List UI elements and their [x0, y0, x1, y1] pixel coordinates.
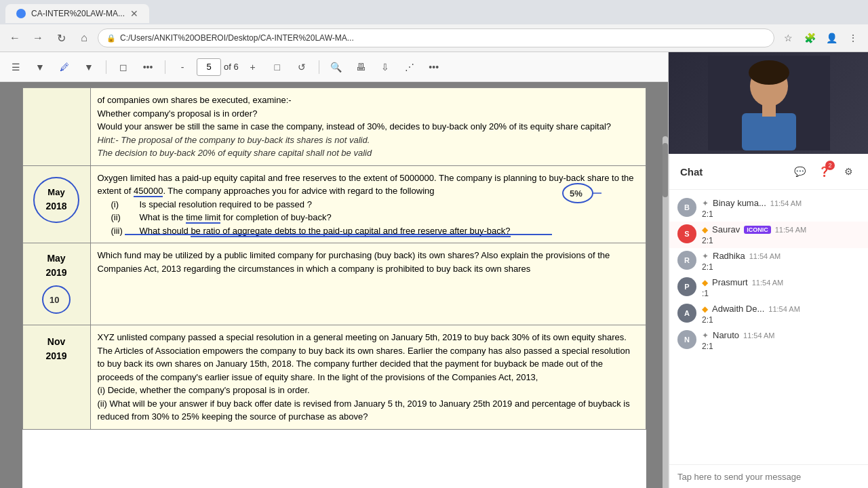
roman-iii: (iii)	[111, 224, 132, 238]
pdf-menu-button[interactable]: ▼	[30, 57, 50, 77]
active-tab[interactable]: CA-INTER%20LAW-MA... ✕	[5, 4, 149, 23]
chat-input[interactable]	[677, 472, 861, 482]
date-month-nov: Nov	[30, 335, 83, 349]
toolbar-separator-3	[319, 60, 319, 74]
pdf-more-button[interactable]: •••	[424, 57, 444, 77]
content-table: of companies own shares be executed, exa…	[22, 87, 646, 430]
roman-i: (i)	[111, 198, 132, 211]
search-button[interactable]: 🔍	[326, 57, 347, 77]
time-naruto: 11:54 AM	[743, 331, 774, 340]
content-cell-nov-2019: XYZ unlisted company passed a special re…	[90, 325, 646, 430]
tab-favicon	[16, 9, 26, 18]
pdf-viewer[interactable]: of companies own shares be executed, exa…	[0, 82, 668, 488]
roman-ii: (ii)	[111, 211, 132, 224]
list-item: R ✦ Radhika 11:54 AM 2:1	[669, 248, 868, 274]
address-bar: ← → ↻ ⌂ 🔒 C:/Users/ANKIT%20OBEROI/Deskto…	[0, 24, 868, 52]
date-circle-may-2018: May 2018	[33, 177, 79, 223]
sender-binay: Binay kuma...	[713, 198, 766, 208]
message-header-naruto: ✦ Naruto 11:54 AM	[702, 330, 861, 340]
tab-close-button[interactable]: ✕	[130, 8, 138, 19]
message-header-adwaith: ◆ Adwaith De... 11:54 AM	[702, 304, 861, 314]
chat-settings-icon[interactable]: ⚙	[839, 162, 858, 181]
iconic-badge: ICONIC	[744, 226, 771, 234]
sender-prasmurt: Prasmurt	[712, 277, 748, 287]
page-controls: of 6	[197, 58, 239, 76]
underline-450000: 450000	[134, 186, 163, 197]
list-item: N ✦ Naruto 11:54 AM 2:1	[669, 327, 868, 354]
forward-button[interactable]: →	[28, 28, 47, 47]
list-item: B ✦ Binay kuma... 11:54 AM 2:1	[669, 195, 868, 222]
tab-bar: CA-INTER%20LAW-MA... ✕	[0, 0, 868, 24]
profile-button[interactable]: 👤	[822, 28, 841, 47]
star-icon-naruto: ✦	[702, 331, 709, 340]
message-content-saurav: ◆ Saurav ICONIC 11:54 AM 2:1	[702, 224, 861, 245]
item-iii-text: What should be ratio of aggregate debts …	[140, 224, 511, 238]
chat-messages[interactable]: B ✦ Binay kuma... 11:54 AM 2:1 S	[669, 190, 868, 464]
zoom-out-button[interactable]: -	[172, 57, 193, 77]
chat-message-icon[interactable]: 💬	[790, 162, 809, 181]
list-item-iii: (iii) What should be ratio of aggregate …	[111, 224, 639, 238]
extensions-button[interactable]: 🧩	[800, 28, 819, 47]
diamond-icon-saurav: ◆	[702, 225, 708, 235]
sender-naruto: Naruto	[713, 330, 739, 340]
avatar-prasmurt: P	[677, 277, 696, 296]
single-page-button[interactable]: ◻	[113, 57, 134, 77]
date-year-1: 2018	[45, 199, 66, 214]
page-number-input[interactable]	[197, 58, 221, 76]
message-content-binay: ✦ Binay kuma... 11:54 AM 2:1	[702, 198, 861, 219]
back-button[interactable]: ←	[5, 28, 24, 47]
print-button[interactable]: 🖶	[351, 57, 371, 77]
chat-help-icon[interactable]: ❓ 2	[814, 162, 833, 181]
lock-icon: 🔒	[106, 34, 116, 43]
diamond-icon-prasmurt: ◆	[702, 278, 708, 287]
text-adwaith: 2:1	[702, 315, 861, 325]
highlight-tool-button[interactable]: 🖉	[54, 57, 75, 77]
more-tools-button[interactable]: •••	[138, 57, 158, 77]
list-item-ii: (ii) What is the time limit for completi…	[111, 211, 639, 224]
underline-time-limit: time limit	[186, 212, 220, 224]
more-options-button[interactable]: ⋮	[844, 28, 863, 47]
refresh-button[interactable]: ↻	[52, 28, 71, 47]
list-item: A ◆ Adwaith De... 11:54 AM 2:1	[669, 301, 868, 327]
date-year-nov: 2019	[30, 349, 83, 363]
share-button[interactable]: ⋰	[399, 57, 420, 77]
highlight-menu-button[interactable]: ▼	[79, 57, 99, 77]
text-saurav: 2:1	[702, 236, 861, 245]
text-binay: 2:1	[702, 209, 861, 219]
scrollbar-track[interactable]	[663, 136, 668, 488]
message-content-radhika: ✦ Radhika 11:54 AM 2:1	[702, 251, 861, 272]
url-input[interactable]: 🔒 C:/Users/ANKIT%20OBEROI/Desktop/CA-INT…	[98, 28, 774, 47]
fit-page-button[interactable]: □	[267, 57, 288, 77]
star-icon-binay: ✦	[702, 199, 709, 208]
zoom-in-button[interactable]: +	[243, 57, 263, 77]
date-cell-may-2018: May 2018	[22, 165, 90, 243]
list-item: P ◆ Prasmurt 11:54 AM :1	[669, 274, 868, 301]
date-cell-1	[22, 88, 90, 166]
pdf-toolbar: ☰ ▼ 🖉 ▼ ◻ ••• - of 6 + □ ↺ 🔍 🖶 ⇩ ⋰ •••	[0, 52, 668, 82]
text-may-2019: Which fund may be utilized by a public l…	[98, 250, 610, 274]
scrollbar-thumb[interactable]	[663, 143, 668, 197]
svg-rect-10	[762, 104, 776, 117]
message-content-adwaith: ◆ Adwaith De... 11:54 AM 2:1	[702, 304, 861, 325]
video-area	[669, 52, 868, 154]
sidebar-toggle-button[interactable]: ☰	[5, 57, 26, 77]
bookmark-star-button[interactable]: ☆	[778, 28, 797, 47]
hint-text-1: Hint:- The proposal of the company to bu…	[98, 135, 370, 145]
toolbar-separator-1	[106, 60, 106, 74]
message-header-radhika: ✦ Radhika 11:54 AM	[702, 251, 861, 261]
content-cell-may-2019: Which fund may be utilized by a public l…	[90, 243, 646, 325]
date-year-may-2019: 2019	[30, 266, 83, 280]
badge-count: 2	[825, 161, 835, 170]
download-button[interactable]: ⇩	[375, 57, 395, 77]
home-button[interactable]: ⌂	[75, 28, 94, 47]
roman-list-may-2018: (i) Is special resolution required to be…	[98, 198, 639, 238]
star-icon-radhika: ✦	[702, 251, 709, 261]
avatar-naruto: N	[677, 330, 696, 349]
tab-title: CA-INTER%20LAW-MA...	[31, 9, 125, 18]
time-binay: 11:54 AM	[770, 199, 802, 207]
url-text: C:/Users/ANKIT%20OBEROI/Desktop/CA-INTER…	[120, 33, 354, 43]
chat-header-icons: 💬 ❓ 2 ⚙	[790, 162, 858, 181]
circle-annotation-10: 10	[39, 283, 73, 317]
rotate-button[interactable]: ↺	[292, 57, 312, 77]
time-prasmurt: 11:54 AM	[752, 279, 783, 287]
